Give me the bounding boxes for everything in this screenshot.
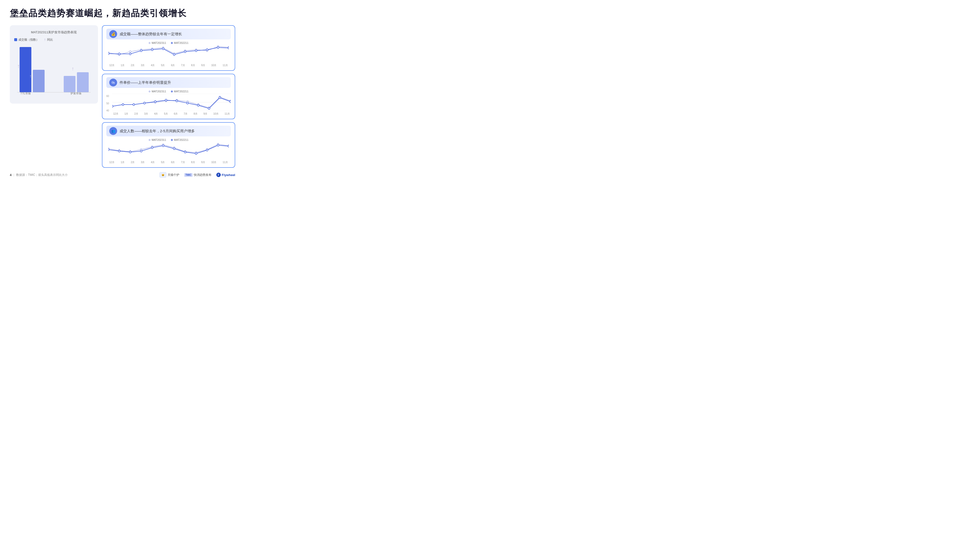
pdd5 bbox=[165, 99, 167, 101]
arrow-ttl-1: ↑ bbox=[17, 63, 20, 69]
bar-hair-2 bbox=[77, 72, 89, 92]
flywheel-brand: F Flywheel bbox=[216, 173, 235, 177]
brand-tmic: TMIC 快消趋势发布 bbox=[184, 173, 212, 177]
legend-bar-icon bbox=[14, 38, 17, 41]
bdd3 bbox=[140, 150, 142, 152]
buyers-card: 👥 成交人数——相较去年，2-5月间购买用户增多 MAT202311 MAT20… bbox=[102, 122, 235, 168]
bdd11 bbox=[228, 145, 229, 147]
legend-arrow: ↑ 同比 bbox=[44, 38, 53, 42]
dot-light-sales bbox=[149, 42, 150, 44]
price-chart-svg bbox=[112, 94, 231, 111]
pdd6 bbox=[176, 100, 178, 102]
legend-mat202311-buyers: MAT202311 bbox=[149, 138, 166, 141]
pdd0 bbox=[112, 105, 113, 107]
footer-left: 4 | 数据源：TMIC；箭头高低表示同比大小 bbox=[10, 173, 68, 177]
sales-line-dark bbox=[108, 48, 229, 55]
bdd5 bbox=[162, 145, 164, 147]
legend-arrow-icon: ↑ bbox=[44, 38, 46, 42]
pdd11 bbox=[230, 101, 231, 103]
sales-dot-dark-0 bbox=[108, 52, 109, 55]
buyers-header: 👥 成交人数——相较去年，2-5月间购买用户增多 bbox=[106, 125, 231, 137]
bdd6 bbox=[173, 148, 175, 149]
footer-divider: | bbox=[13, 173, 14, 176]
dot-dark-sales bbox=[171, 42, 173, 44]
price-chart-with-yaxis: 60 50 40 bbox=[106, 94, 231, 116]
legend-mat202211-sales: MAT202211 bbox=[171, 41, 188, 44]
price-chart-area: 12月1月2月 3月4月5月 6月7月8月 9月10月11月 bbox=[112, 94, 231, 116]
left-panel: MAT202311美护发市场趋势表现 成交额（指数） ↑ 同比 ↑ bbox=[10, 25, 98, 103]
sales-line-legend: MAT202311 MAT202211 bbox=[106, 41, 231, 44]
sales-line-light bbox=[108, 46, 229, 55]
bar-ttl-secondary bbox=[33, 70, 45, 92]
right-panel: 💰 成交额——整体趋势较去年有一定增长 MAT202311 MAT202211 bbox=[102, 25, 235, 168]
legend-arrow-label: 同比 bbox=[47, 38, 53, 42]
bdd4 bbox=[151, 147, 153, 149]
buyers-icon: 👥 bbox=[109, 127, 117, 135]
y-axis-price: 60 50 40 bbox=[106, 94, 111, 116]
sales-dot-dark-6 bbox=[173, 54, 175, 56]
sales-card: 💰 成交额——整体趋势较去年有一定增长 MAT202311 MAT202211 bbox=[102, 25, 235, 71]
legend-mat202311-sales: MAT202311 bbox=[149, 41, 166, 44]
pdd7 bbox=[187, 102, 188, 104]
bar-chart-area: ↑ ↑ ↑ TTL市场 护发市场 bbox=[14, 46, 94, 100]
pdd10 bbox=[219, 97, 221, 99]
price-line-dark bbox=[112, 98, 231, 108]
legend-mat202211-buyers: MAT202211 bbox=[171, 138, 188, 141]
page-number: 4 bbox=[10, 173, 11, 177]
sales-dot-dark-4 bbox=[151, 49, 153, 51]
pdd3 bbox=[143, 102, 145, 104]
unit-price-header: 🛍 件单价——上半年单价明显提升 bbox=[106, 77, 231, 88]
sales-dot-dark-9 bbox=[206, 49, 208, 51]
sales-dot-dark-10 bbox=[217, 46, 219, 49]
unit-price-icon: 🛍 bbox=[109, 79, 117, 86]
arrow-ttl-2: ↑ bbox=[29, 74, 32, 79]
flywheel-label: Flywheel bbox=[222, 173, 235, 177]
buyers-chart-svg bbox=[108, 142, 229, 159]
bdd7 bbox=[184, 151, 186, 153]
buyers-chart-area: 12月1月2月 3月4月5月 6月7月8月 9月10月11月 bbox=[106, 142, 231, 164]
pdd1 bbox=[122, 103, 124, 106]
sales-dot-light-2 bbox=[129, 51, 131, 52]
legend-bar: 成交额（指数） bbox=[14, 38, 39, 42]
main-content: MAT202311美护发市场趋势表现 成交额（指数） ↑ 同比 ↑ bbox=[10, 25, 235, 168]
tmic-icon: TMIC bbox=[184, 173, 192, 177]
unit-price-title: 件单价——上半年单价明显提升 bbox=[119, 80, 171, 85]
buyers-x-labels: 12月1月2月 3月4月5月 6月7月8月 9月10月11月 bbox=[108, 160, 229, 164]
sales-dot-dark-1 bbox=[118, 53, 120, 55]
bdd8 bbox=[195, 152, 197, 154]
pdd9 bbox=[208, 108, 210, 110]
unit-price-card: 🛍 件单价——上半年单价明显提升 MAT202311 MAT202211 60 bbox=[102, 74, 235, 119]
page-title: 堡垒品类趋势赛道崛起，新趋品类引领增长 bbox=[10, 7, 235, 19]
buyers-title: 成交人数——相较去年，2-5月间购买用户增多 bbox=[119, 129, 195, 133]
sales-dot-dark-5 bbox=[162, 48, 164, 50]
tmic-label: 快消趋势发布 bbox=[194, 173, 212, 177]
price-x-labels: 12月1月2月 3月4月5月 6月7月8月 9月10月11月 bbox=[112, 112, 231, 116]
sales-dot-dark-2 bbox=[129, 53, 131, 55]
legend-bar-label: 成交额（指数） bbox=[18, 38, 39, 42]
dot-dark-buyers bbox=[171, 139, 173, 141]
sales-dot-dark-11 bbox=[228, 47, 229, 49]
tmall-label: 天猫个护 bbox=[167, 173, 179, 177]
footer-right: 🐱 天猫个护 TMIC 快消趋势发布 F Flywheel bbox=[159, 172, 235, 178]
pdd8 bbox=[197, 104, 199, 106]
bdd1 bbox=[118, 150, 120, 152]
sales-chart-area: 12月1月2月 3月4月5月 6月7月8月 9月10月11月 bbox=[106, 45, 231, 67]
footer-source: 数据源：TMIC；箭头高低表示同比大小 bbox=[16, 173, 67, 177]
arrow-hair: ↑ bbox=[72, 66, 74, 71]
bdd10 bbox=[217, 144, 219, 146]
dot-light-price bbox=[149, 91, 150, 92]
bdd9 bbox=[206, 149, 208, 151]
chart-legend: 成交额（指数） ↑ 同比 bbox=[14, 38, 94, 42]
legend-mat202311-price: MAT202311 bbox=[149, 90, 166, 93]
legend-mat202211-price: MAT202211 bbox=[171, 90, 188, 93]
dot-light-buyers bbox=[149, 139, 150, 141]
bar-hair-1 bbox=[64, 76, 75, 92]
sales-header: 💰 成交额——整体趋势较去年有一定增长 bbox=[106, 29, 231, 40]
flywheel-icon: F bbox=[216, 173, 221, 177]
sales-title: 成交额——整体趋势较去年有一定增长 bbox=[119, 32, 182, 37]
pdd2 bbox=[133, 103, 135, 106]
sales-dot-dark-8 bbox=[195, 50, 197, 52]
brand-tmall: 🐱 天猫个护 bbox=[159, 172, 179, 178]
bdd0 bbox=[108, 149, 109, 151]
bdd2 bbox=[129, 151, 131, 153]
